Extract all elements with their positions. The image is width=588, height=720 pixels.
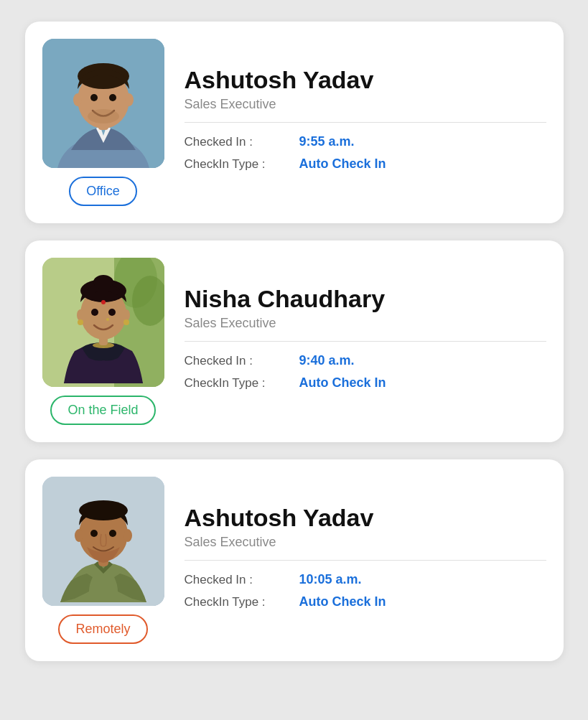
checkin-type-value-3: Auto Check In bbox=[299, 594, 386, 609]
checked-in-row-3: Checked In : 10:05 a.m. bbox=[185, 572, 546, 587]
svg-point-9 bbox=[88, 109, 119, 123]
checked-in-time-3: 10:05 a.m. bbox=[299, 572, 362, 587]
checkin-type-value-1: Auto Check In bbox=[299, 156, 386, 172]
employee-role-2: Sales Executive bbox=[185, 316, 546, 342]
location-badge-3: Remotely bbox=[58, 614, 147, 644]
svg-point-25 bbox=[101, 300, 106, 304]
employee-role-1: Sales Executive bbox=[185, 97, 546, 123]
checked-in-row-2: Checked In : 9:40 a.m. bbox=[185, 353, 546, 368]
svg-point-6 bbox=[125, 93, 134, 106]
checked-in-label-2: Checked In : bbox=[185, 354, 299, 368]
location-badge-1: Office bbox=[69, 177, 137, 206]
svg-point-22 bbox=[123, 319, 129, 325]
svg-point-30 bbox=[79, 500, 128, 520]
employee-name-1: Ashutosh Yadav bbox=[185, 66, 546, 94]
svg-point-24 bbox=[108, 309, 116, 316]
checkin-type-row-3: CheckIn Type : Auto Check In bbox=[185, 594, 546, 609]
svg-point-34 bbox=[109, 530, 116, 537]
checkin-type-label-2: CheckIn Type : bbox=[185, 376, 299, 391]
checked-in-label-1: Checked In : bbox=[185, 135, 299, 149]
svg-point-5 bbox=[73, 93, 82, 106]
employee-name-2: Nisha Chaudhary bbox=[185, 285, 546, 313]
checkin-type-label-1: CheckIn Type : bbox=[185, 157, 299, 172]
info-column-2: Nisha Chaudhary Sales Executive Checked … bbox=[185, 258, 546, 425]
avatar-2 bbox=[42, 258, 164, 387]
svg-point-7 bbox=[90, 94, 98, 101]
avatar-1 bbox=[42, 39, 164, 168]
checkin-type-row-2: CheckIn Type : Auto Check In bbox=[185, 375, 546, 391]
avatar-column-3: Remotely bbox=[42, 477, 164, 644]
checkin-type-value-2: Auto Check In bbox=[299, 375, 386, 391]
location-badge-2: On the Field bbox=[50, 396, 155, 425]
avatar-column-2: On the Field bbox=[42, 258, 164, 425]
employee-card-3: Remotely Ashutosh Yadav Sales Executive … bbox=[25, 459, 564, 661]
info-column-3: Ashutosh Yadav Sales Executive Checked I… bbox=[185, 477, 546, 644]
svg-point-32 bbox=[123, 529, 132, 542]
checkin-type-row-1: CheckIn Type : Auto Check In bbox=[185, 156, 546, 172]
info-column-1: Ashutosh Yadav Sales Executive Checked I… bbox=[185, 39, 546, 206]
checked-in-label-3: Checked In : bbox=[185, 573, 299, 587]
avatar-3 bbox=[42, 477, 164, 606]
employee-card-1: Office Ashutosh Yadav Sales Executive Ch… bbox=[25, 22, 564, 223]
checkin-type-label-3: CheckIn Type : bbox=[185, 595, 299, 609]
checked-in-time-1: 9:55 a.m. bbox=[299, 134, 355, 149]
checked-in-time-2: 9:40 a.m. bbox=[299, 353, 355, 368]
svg-point-23 bbox=[91, 309, 98, 316]
svg-point-31 bbox=[75, 529, 83, 542]
avatar-column-1: Office bbox=[42, 39, 164, 206]
svg-point-20 bbox=[123, 309, 130, 321]
svg-point-8 bbox=[109, 94, 116, 101]
svg-point-19 bbox=[77, 309, 84, 321]
svg-point-26 bbox=[106, 318, 109, 321]
svg-point-18 bbox=[93, 275, 113, 289]
svg-point-21 bbox=[78, 319, 83, 325]
employee-card-2: On the Field Nisha Chaudhary Sales Execu… bbox=[25, 240, 564, 442]
checked-in-row-1: Checked In : 9:55 a.m. bbox=[185, 134, 546, 149]
employee-role-3: Sales Executive bbox=[185, 535, 546, 561]
svg-point-33 bbox=[90, 530, 98, 537]
employee-name-3: Ashutosh Yadav bbox=[185, 504, 546, 532]
